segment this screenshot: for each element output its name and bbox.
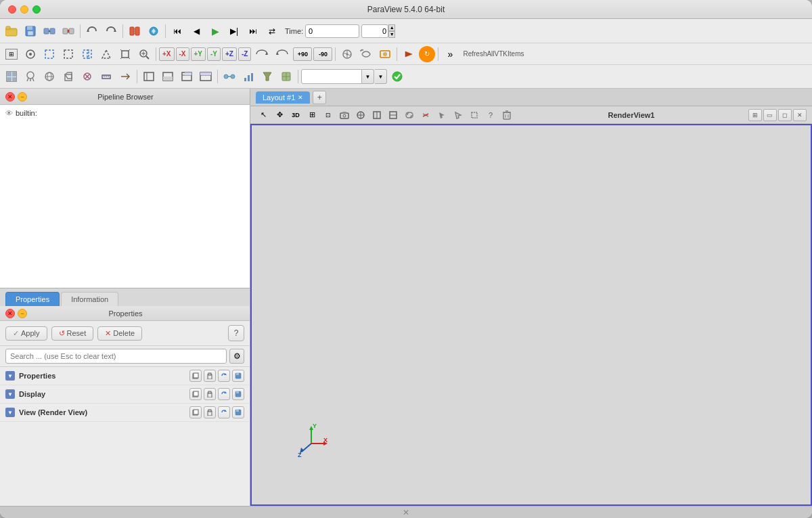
render-canvas[interactable]: Y X Z <box>250 124 812 506</box>
view-close-btn[interactable]: ✕ <box>793 109 807 121</box>
rv-pick1[interactable] <box>434 108 449 123</box>
zplus-button[interactable]: +Z <box>222 47 237 61</box>
orange-mode-button[interactable]: ↻ <box>419 46 435 62</box>
camera-parallel[interactable] <box>376 45 394 63</box>
delete-button[interactable]: ✕ Delete <box>97 326 142 341</box>
props-paste-btn[interactable] <box>204 370 216 382</box>
last-frame-button[interactable]: ⏭ <box>244 22 262 40</box>
display-refresh-btn[interactable] <box>218 388 230 400</box>
select-4[interactable] <box>97 45 115 63</box>
select-3[interactable] <box>78 45 96 63</box>
rotate-ccw-button[interactable] <box>273 45 292 63</box>
reset-button[interactable]: ↺ Reset <box>51 326 94 341</box>
rv-refresh-btn[interactable] <box>218 406 230 418</box>
pipeline-close-btn[interactable]: ✕ <box>5 92 15 102</box>
view-restore-btn[interactable]: ◻ <box>778 109 792 121</box>
panel-toggle-1[interactable] <box>140 68 158 85</box>
spin-down[interactable]: ▼ <box>388 31 395 38</box>
first-frame-button[interactable]: ⏮ <box>168 22 186 40</box>
view-split-btn[interactable]: ▭ <box>763 109 777 121</box>
rv-select[interactable]: ↖ <box>256 108 271 123</box>
circle-btn[interactable] <box>78 68 96 85</box>
props-refresh-btn[interactable] <box>218 370 230 382</box>
minimize-button[interactable] <box>20 5 28 14</box>
status-icon[interactable]: ✕ <box>403 508 409 517</box>
save-button[interactable] <box>22 22 39 40</box>
panel-toggle-3[interactable] <box>178 68 196 85</box>
view-grid-btn[interactable]: ⊞ <box>748 109 762 121</box>
yminus-button[interactable]: -Y <box>207 47 221 61</box>
rv-save-btn[interactable] <box>232 406 244 418</box>
view-mode-1[interactable]: ⊞ <box>3 45 20 63</box>
rv-zoom[interactable]: ⊞ <box>304 108 319 123</box>
layout-tab-close[interactable]: ✕ <box>298 94 303 101</box>
rv-pick3[interactable] <box>467 108 482 123</box>
add-layout-button[interactable]: + <box>313 91 326 104</box>
panel-toggle-2[interactable] <box>159 68 177 85</box>
interaction-mode-button[interactable] <box>400 45 418 63</box>
display-save-btn[interactable] <box>232 388 244 400</box>
tab-information[interactable]: Information <box>61 292 118 306</box>
box-btn[interactable] <box>60 68 77 85</box>
filter-dropdown-arrow[interactable]: ▼ <box>362 69 374 84</box>
display-paste-btn[interactable] <box>204 388 216 400</box>
box-select-2[interactable] <box>60 45 77 63</box>
undo-button[interactable] <box>83 22 101 40</box>
xminus-button[interactable]: -X <box>176 47 189 61</box>
interact-button[interactable] <box>22 45 39 63</box>
close-button[interactable] <box>8 5 16 14</box>
help-button[interactable]: ? <box>228 325 244 341</box>
more-options-button[interactable]: » <box>441 45 459 63</box>
ruler-btn[interactable] <box>97 68 115 85</box>
rotate90ccw-button[interactable]: -90 <box>313 47 332 61</box>
search-settings-button[interactable]: ⚙ <box>229 349 244 364</box>
camera-reset-button[interactable] <box>357 45 375 63</box>
rv-trash[interactable] <box>499 108 514 123</box>
rv-interact[interactable]: ✥ <box>272 108 287 123</box>
search-input[interactable] <box>5 349 227 364</box>
camera-front[interactable] <box>338 45 356 63</box>
apply-button[interactable]: ✓ Apply <box>5 326 47 341</box>
arrow-btn[interactable] <box>116 68 134 85</box>
rv-camera[interactable] <box>337 108 352 123</box>
rv-split-h[interactable] <box>386 108 401 123</box>
stats-btn[interactable] <box>240 68 257 85</box>
filter-button[interactable] <box>126 22 143 40</box>
rotate90cw-button[interactable]: +90 <box>293 47 312 61</box>
zoom-select[interactable] <box>135 45 153 63</box>
rv-orient[interactable] <box>353 108 368 123</box>
properties-min-btn[interactable]: − <box>18 309 27 318</box>
tab-properties[interactable]: Properties <box>5 292 60 306</box>
fit-screen[interactable] <box>116 45 134 63</box>
rv-pick2[interactable] <box>451 108 466 123</box>
time-num-input[interactable] <box>361 24 388 38</box>
rv-copy-btn[interactable] <box>189 406 202 418</box>
maximize-button[interactable] <box>32 5 41 14</box>
layout-tab-1[interactable]: Layout #1 ✕ <box>256 91 310 104</box>
pipeline-btn[interactable] <box>221 68 238 85</box>
sphere-btn[interactable] <box>41 68 58 85</box>
loop-button[interactable]: ⇄ <box>263 22 281 40</box>
rv-split[interactable] <box>369 108 384 123</box>
play-button[interactable]: ▶ <box>206 22 224 40</box>
render-view-section-toggle[interactable]: ▼ <box>5 408 15 417</box>
prev-frame-button[interactable]: ◀ <box>187 22 205 40</box>
display-copy-btn[interactable] <box>189 388 202 400</box>
filters-btn[interactable] <box>258 68 276 85</box>
connect-button[interactable] <box>41 22 58 40</box>
layout-1[interactable] <box>3 68 20 85</box>
rotate-cw-button[interactable] <box>252 45 271 63</box>
properties-section-toggle[interactable]: ▼ <box>5 371 15 381</box>
filter-accept[interactable] <box>388 68 406 85</box>
xplus-button[interactable]: +X <box>159 47 175 61</box>
rv-fit[interactable]: ⊡ <box>321 108 336 123</box>
source-button[interactable] <box>145 22 162 40</box>
rv-paste-btn[interactable] <box>204 406 216 418</box>
rv-3d[interactable]: 3D <box>288 108 303 123</box>
pipeline-min-btn[interactable]: − <box>18 92 27 102</box>
filter-dropdown-arrow-2[interactable]: ▼ <box>375 69 387 84</box>
spin-up[interactable]: ▲ <box>388 24 395 31</box>
rv-link[interactable] <box>402 108 417 123</box>
box-select-button[interactable] <box>41 45 58 63</box>
redo-button[interactable] <box>102 22 120 40</box>
